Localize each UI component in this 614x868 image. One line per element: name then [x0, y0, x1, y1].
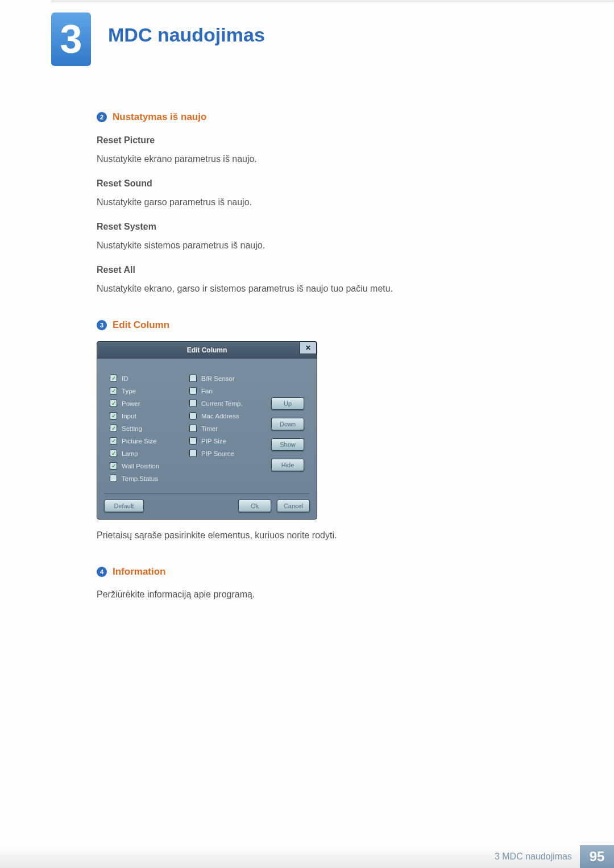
cancel-button[interactable]: Cancel	[277, 500, 310, 512]
checkbox-label: Power	[122, 400, 140, 407]
checkbox-row[interactable]: B/R Sensor	[189, 375, 269, 382]
checkbox-label: Picture Size	[122, 438, 156, 445]
checkbox-icon[interactable]	[189, 450, 197, 457]
edit-column-caption: Prietaisų sąraše pasirinkite elementus, …	[97, 529, 563, 542]
checkbox-label: PIP Size	[201, 438, 226, 445]
ok-button[interactable]: Ok	[238, 500, 271, 512]
checkbox-icon[interactable]: ✓	[110, 412, 117, 420]
chapter-number: 3	[60, 16, 82, 62]
dialog-title: Edit Column	[187, 346, 227, 354]
checkbox-label: PIP Source	[201, 450, 234, 457]
checkbox-row[interactable]: ✓Picture Size	[110, 437, 189, 445]
checkbox-row[interactable]: Temp.Status	[110, 475, 189, 482]
checkbox-label: Fan	[201, 388, 213, 394]
reset-picture-text: Nustatykite ekrano parametrus iš naujo.	[97, 152, 563, 166]
reset-all-text: Nustatykite ekrano, garso ir sistemos pa…	[97, 282, 563, 296]
default-button-label: Default	[114, 502, 134, 509]
checkbox-row[interactable]: Fan	[189, 387, 269, 394]
checkbox-icon[interactable]: ✓	[110, 450, 117, 457]
reset-all-heading: Reset All	[97, 265, 563, 275]
up-button-label: Up	[284, 400, 292, 407]
down-button-label: Down	[280, 421, 296, 427]
section-2-header: 2 Nustatymas iš naujo	[97, 111, 563, 123]
reset-system-text: Nustatykite sistemos parametrus iš naujo…	[97, 239, 563, 252]
checkbox-row[interactable]: ✓Wall Position	[110, 462, 189, 470]
checkbox-row[interactable]: ✓Setting	[110, 425, 189, 432]
up-button[interactable]: Up	[271, 397, 304, 410]
chapter-title: MDC naudojimas	[108, 24, 265, 46]
show-button[interactable]: Show	[271, 438, 304, 451]
section-4-header: 4 Information	[97, 566, 563, 578]
reset-picture-heading: Reset Picture	[97, 135, 563, 146]
checkbox-icon[interactable]	[189, 425, 197, 432]
checkbox-row[interactable]: Current Temp.	[189, 400, 269, 407]
checkbox-icon[interactable]	[189, 412, 197, 420]
checkbox-icon[interactable]	[189, 387, 197, 394]
checkbox-column-right: B/R SensorFanCurrent Temp.Mac AddressTim…	[189, 375, 269, 482]
information-text: Peržiūrėkite informaciją apie programą.	[97, 588, 563, 601]
checkbox-row[interactable]: ✓Lamp	[110, 450, 189, 457]
checkbox-icon[interactable]	[110, 475, 117, 482]
checkbox-label: Wall Position	[122, 463, 159, 470]
header-stripe	[51, 0, 614, 2]
checkbox-icon[interactable]: ✓	[110, 400, 117, 407]
down-button[interactable]: Down	[271, 418, 304, 430]
close-button[interactable]: ✕	[300, 342, 317, 354]
edit-column-dialog: Edit Column ✕ ✓ID✓Type✓Power✓Input✓Setti…	[97, 341, 317, 520]
section-4-title: Information	[113, 566, 166, 578]
checkbox-row[interactable]: Timer	[189, 425, 269, 432]
hide-button-label: Hide	[281, 462, 294, 468]
section-2-title: Nustatymas iš naujo	[113, 111, 206, 123]
ok-button-label: Ok	[251, 502, 259, 509]
checkbox-icon[interactable]	[189, 400, 197, 407]
reset-sound-text: Nustatykite garso parametrus iš naujo.	[97, 196, 563, 209]
content-area: 2 Nustatymas iš naujo Reset Picture Nust…	[97, 108, 563, 605]
checkbox-row[interactable]: PIP Size	[189, 437, 269, 445]
checkbox-label: ID	[122, 375, 128, 382]
checkbox-label: B/R Sensor	[201, 375, 235, 382]
chapter-number-box: 3	[51, 13, 91, 66]
checkbox-label: Temp.Status	[122, 475, 158, 482]
footer-text: 3 MDC naudojimas	[495, 852, 572, 862]
page-number: 95	[580, 845, 614, 868]
section-3-header: 3 Edit Column	[97, 319, 563, 331]
checkbox-icon[interactable]: ✓	[110, 375, 117, 382]
dialog-body: ✓ID✓Type✓Power✓Input✓Setting✓Picture Siz…	[97, 359, 317, 488]
close-icon: ✕	[305, 339, 311, 356]
cancel-button-label: Cancel	[284, 502, 303, 509]
checkbox-label: Type	[122, 388, 136, 394]
checkbox-icon[interactable]: ✓	[110, 387, 117, 394]
checkbox-label: Setting	[122, 425, 142, 432]
checkbox-row[interactable]: ✓Type	[110, 387, 189, 394]
checkbox-label: Timer	[201, 425, 218, 432]
checkbox-column-left: ✓ID✓Type✓Power✓Input✓Setting✓Picture Siz…	[110, 375, 189, 482]
checkbox-label: Lamp	[122, 450, 138, 457]
checkbox-label: Input	[122, 413, 136, 420]
checkbox-icon[interactable]	[189, 437, 197, 445]
hide-button[interactable]: Hide	[271, 459, 304, 471]
reset-system-heading: Reset System	[97, 222, 563, 232]
checkbox-label: Current Temp.	[201, 400, 243, 407]
default-button[interactable]: Default	[104, 500, 144, 512]
checkbox-icon[interactable]: ✓	[110, 462, 117, 470]
checkbox-row[interactable]: Mac Address	[189, 412, 269, 420]
checkbox-row[interactable]: ✓Power	[110, 400, 189, 407]
page-footer: 3 MDC naudojimas 95	[0, 845, 614, 868]
checkbox-icon[interactable]	[189, 375, 197, 382]
checkbox-label: Mac Address	[201, 413, 239, 420]
checkbox-row[interactable]: ✓ID	[110, 375, 189, 382]
checkbox-icon[interactable]: ✓	[110, 425, 117, 432]
checkbox-row[interactable]: ✓Input	[110, 412, 189, 420]
badge-4-icon: 4	[97, 567, 107, 577]
reset-sound-heading: Reset Sound	[97, 178, 563, 189]
page-number-value: 95	[590, 849, 605, 865]
checkbox-icon[interactable]: ✓	[110, 437, 117, 445]
dialog-footer: Default Ok Cancel	[104, 493, 310, 512]
show-button-label: Show	[280, 441, 296, 448]
section-3-title: Edit Column	[113, 319, 169, 331]
side-buttons: Up Down Show Hide	[271, 397, 304, 482]
badge-3-icon: 3	[97, 320, 107, 330]
checkbox-row[interactable]: PIP Source	[189, 450, 269, 457]
footer-bar: 3 MDC naudojimas	[0, 845, 580, 868]
dialog-titlebar: Edit Column ✕	[97, 342, 317, 359]
